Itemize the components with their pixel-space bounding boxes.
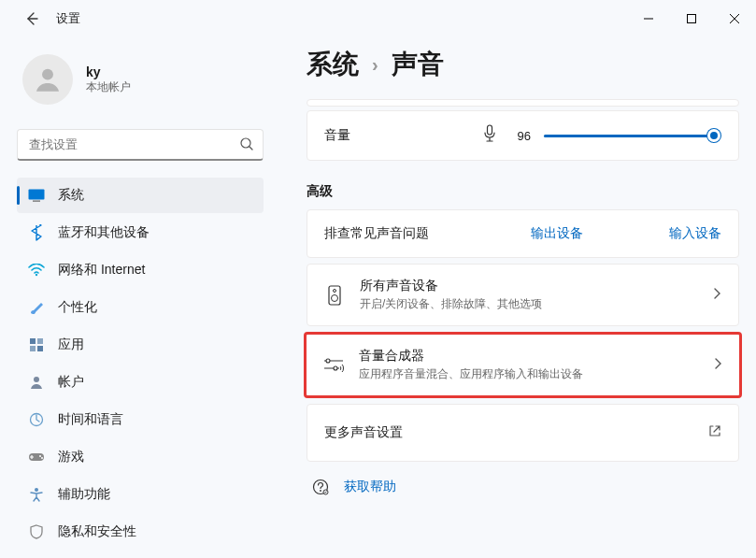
avatar bbox=[22, 54, 73, 105]
row-title: 更多声音设置 bbox=[324, 424, 403, 441]
nav-label: 蓝牙和其他设备 bbox=[58, 224, 150, 241]
wifi-icon bbox=[28, 262, 45, 279]
search-icon bbox=[239, 136, 254, 155]
row-title: 音量合成器 bbox=[359, 348, 583, 365]
svg-rect-0 bbox=[688, 15, 696, 23]
svg-point-19 bbox=[332, 294, 338, 301]
breadcrumb-current: 声音 bbox=[392, 47, 444, 82]
get-help-row: 获取帮助 bbox=[307, 467, 739, 495]
nav-label: 系统 bbox=[58, 187, 84, 204]
nav-personalization[interactable]: 个性化 bbox=[17, 290, 264, 325]
nav-apps[interactable]: 应用 bbox=[17, 327, 264, 363]
get-help-link[interactable]: 获取帮助 bbox=[344, 479, 396, 495]
brush-icon bbox=[28, 299, 45, 316]
search-input[interactable] bbox=[17, 129, 264, 161]
nav-label: 游戏 bbox=[58, 449, 84, 465]
nav-time-language[interactable]: 时间和语言 bbox=[17, 402, 264, 437]
input-devices-link[interactable]: 输入设备 bbox=[669, 225, 721, 242]
nav-privacy[interactable]: 隐私和安全性 bbox=[17, 514, 264, 550]
external-link-icon bbox=[708, 424, 721, 441]
main-content: 系统 › 声音 音量 96 高级 排 bbox=[280, 37, 756, 558]
svg-rect-9 bbox=[37, 346, 43, 351]
svg-rect-6 bbox=[30, 338, 36, 344]
clock-globe-icon bbox=[28, 411, 45, 428]
volume-mixer-card[interactable]: 音量合成器 应用程序音量混合、应用程序输入和输出设备 bbox=[307, 335, 739, 395]
nav-label: 个性化 bbox=[58, 299, 97, 316]
svg-point-20 bbox=[326, 359, 330, 363]
user-block[interactable]: ky 本地帐户 bbox=[17, 37, 264, 129]
output-devices-link[interactable]: 输出设备 bbox=[531, 225, 583, 242]
bluetooth-icon bbox=[28, 224, 45, 241]
user-account: 本地帐户 bbox=[86, 79, 131, 95]
troubleshoot-card: 排查常见声音问题 输出设备 输入设备 bbox=[307, 209, 739, 258]
maximize-button[interactable] bbox=[670, 4, 713, 34]
nav-system[interactable]: 系统 bbox=[17, 178, 264, 213]
row-subtitle: 应用程序音量混合、应用程序输入和输出设备 bbox=[359, 366, 583, 382]
nav-gaming[interactable]: 游戏 bbox=[17, 439, 264, 475]
gamepad-icon bbox=[28, 449, 45, 465]
svg-point-10 bbox=[34, 377, 39, 382]
troubleshoot-label: 排查常见声音问题 bbox=[324, 225, 429, 242]
nav-accounts[interactable]: 帐户 bbox=[17, 365, 264, 400]
mixer-icon bbox=[323, 357, 344, 374]
all-sound-devices-card[interactable]: 所有声音设备 开启/关闭设备、排除故障、其他选项 bbox=[307, 264, 739, 326]
window-title: 设置 bbox=[56, 10, 80, 27]
svg-point-15 bbox=[35, 488, 38, 492]
sidebar: ky 本地帐户 系统 蓝牙和其他设备 网络和 Internet bbox=[0, 37, 280, 558]
shield-icon bbox=[28, 523, 45, 540]
svg-point-18 bbox=[334, 289, 336, 292]
user-name: ky bbox=[86, 64, 131, 79]
volume-slider[interactable] bbox=[544, 127, 721, 144]
breadcrumb: 系统 › 声音 bbox=[307, 47, 739, 82]
nav-accessibility[interactable]: 辅助功能 bbox=[17, 477, 264, 512]
nav-network[interactable]: 网络和 Internet bbox=[17, 252, 264, 288]
chevron-right-icon: › bbox=[372, 54, 378, 76]
row-subtitle: 开启/关闭设备、排除故障、其他选项 bbox=[360, 296, 542, 312]
volume-card bbox=[307, 99, 739, 107]
microphone-icon[interactable] bbox=[482, 124, 497, 147]
svg-point-13 bbox=[39, 455, 41, 457]
svg-point-21 bbox=[334, 366, 337, 370]
search-wrap bbox=[17, 129, 264, 161]
back-button[interactable] bbox=[17, 4, 47, 34]
nav-list: 系统 蓝牙和其他设备 网络和 Internet 个性化 应用 帐户 bbox=[17, 178, 264, 550]
speaker-icon bbox=[324, 285, 345, 306]
volume-row: 音量 96 bbox=[307, 111, 738, 160]
volume-value: 96 bbox=[510, 129, 531, 143]
chevron-right-icon bbox=[712, 287, 721, 304]
nav-bluetooth[interactable]: 蓝牙和其他设备 bbox=[17, 215, 264, 250]
svg-point-1 bbox=[42, 69, 53, 80]
breadcrumb-root[interactable]: 系统 bbox=[307, 47, 359, 82]
nav-label: 网络和 Internet bbox=[58, 262, 145, 279]
person-icon bbox=[28, 374, 45, 391]
accessibility-icon bbox=[28, 486, 45, 503]
highlighted-mixer: 音量合成器 应用程序音量混合、应用程序输入和输出设备 bbox=[304, 332, 742, 398]
svg-point-5 bbox=[36, 274, 37, 276]
volume-label: 音量 bbox=[324, 127, 362, 144]
volume-card: 音量 96 bbox=[307, 110, 739, 161]
nav-label: 隐私和安全性 bbox=[58, 523, 136, 540]
svg-point-2 bbox=[241, 138, 250, 148]
window-controls bbox=[627, 4, 756, 34]
svg-rect-8 bbox=[30, 346, 36, 351]
minimize-button[interactable] bbox=[627, 4, 670, 34]
svg-point-14 bbox=[41, 457, 43, 459]
svg-rect-4 bbox=[33, 201, 40, 202]
chevron-right-icon bbox=[713, 357, 722, 374]
close-button[interactable] bbox=[713, 4, 756, 34]
nav-label: 帐户 bbox=[58, 374, 84, 391]
nav-label: 时间和语言 bbox=[58, 411, 123, 428]
system-icon bbox=[28, 187, 45, 204]
svg-point-23 bbox=[320, 490, 321, 492]
nav-label: 应用 bbox=[58, 336, 84, 353]
nav-label: 辅助功能 bbox=[58, 486, 110, 503]
more-sound-settings-card[interactable]: 更多声音设置 bbox=[307, 404, 739, 462]
row-title: 所有声音设备 bbox=[360, 278, 542, 294]
help-icon bbox=[310, 479, 331, 495]
title-bar: 设置 bbox=[0, 0, 756, 37]
svg-rect-3 bbox=[29, 190, 45, 200]
svg-rect-16 bbox=[488, 125, 492, 135]
apps-icon bbox=[28, 336, 45, 353]
section-advanced: 高级 bbox=[307, 183, 739, 200]
svg-rect-7 bbox=[37, 338, 43, 344]
